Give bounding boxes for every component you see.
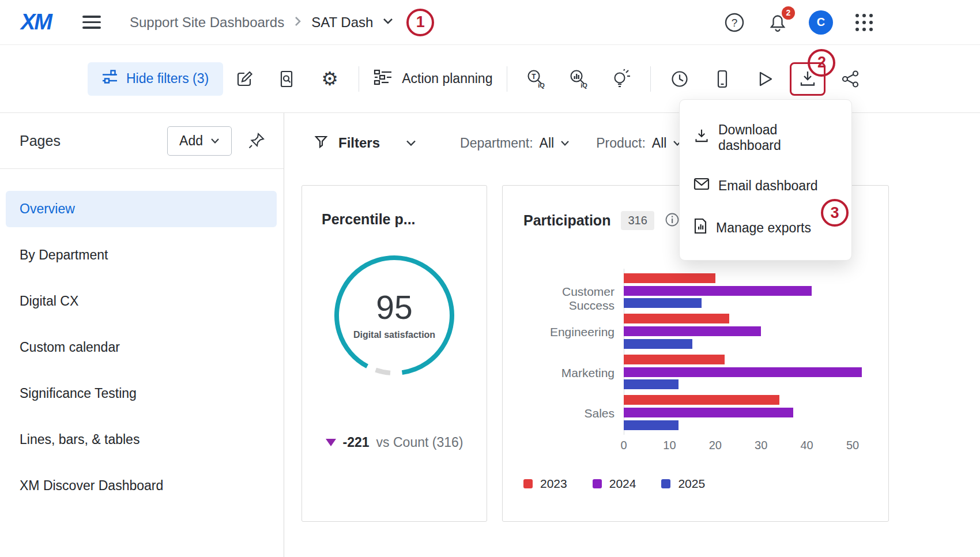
legend-label: 2023 bbox=[540, 477, 567, 491]
legend-item-2023[interactable]: 2023 bbox=[523, 477, 567, 491]
sidebar-header: Pages Add bbox=[0, 113, 284, 169]
topbar-actions: ? 2 C bbox=[722, 10, 876, 35]
export-download-button[interactable]: 2 bbox=[790, 62, 826, 96]
sidebar-item-digital-cx[interactable]: Digital CX bbox=[6, 283, 277, 319]
notifications-button[interactable]: 2 bbox=[766, 10, 790, 35]
delta-comparison: vs Count (316) bbox=[376, 435, 463, 450]
sidebar-item-significance-testing[interactable]: Significance Testing bbox=[6, 375, 277, 412]
chevron-down-icon[interactable] bbox=[382, 17, 394, 28]
stats-iq-button[interactable]: iQ bbox=[563, 63, 595, 95]
gauge-chart: 95 Digital satisfaction bbox=[331, 252, 458, 379]
sidebar-item-xm-discover-dashboard[interactable]: XM Discover Dashboard bbox=[6, 468, 277, 504]
account-avatar[interactable]: C bbox=[809, 10, 833, 35]
breadcrumb: Support Site Dashboards SAT Dash bbox=[130, 14, 394, 31]
legend-label: 2024 bbox=[609, 477, 636, 491]
add-button-label: Add bbox=[179, 133, 203, 149]
legend-label: 2025 bbox=[678, 477, 705, 491]
bar-2025-marketing[interactable] bbox=[624, 379, 679, 389]
menu-item-label: Download dashboard bbox=[718, 122, 838, 153]
product-filter-value: All bbox=[652, 136, 667, 151]
chevron-right-icon bbox=[293, 16, 302, 29]
filters-label: Filters bbox=[338, 135, 380, 151]
mobile-view-button[interactable] bbox=[706, 63, 738, 95]
department-filter-value: All bbox=[540, 136, 555, 151]
legend-item-2025[interactable]: 2025 bbox=[661, 477, 705, 491]
gear-icon: ⚙ bbox=[321, 69, 338, 88]
bar-2025-customer-success[interactable] bbox=[624, 298, 702, 308]
bar-2023-customer-success[interactable] bbox=[624, 273, 715, 283]
export-dropdown-menu: Download dashboard Email dashboard Manag… bbox=[679, 99, 852, 261]
action-planning-button[interactable]: Action planning bbox=[374, 69, 492, 89]
breadcrumb-current[interactable]: SAT Dash bbox=[311, 14, 373, 31]
annotation-step-1: 1 bbox=[406, 9, 434, 36]
department-filter-label: Department: bbox=[460, 136, 533, 151]
sidebar-item-lines-bars-tables[interactable]: Lines, bars, & tables bbox=[6, 421, 277, 458]
sidebar-item-by-department[interactable]: By Department bbox=[6, 237, 277, 273]
widget-title: Percentile p... bbox=[322, 211, 467, 228]
notification-badge: 2 bbox=[782, 6, 795, 20]
hide-filters-button[interactable]: Hide filters (3) bbox=[88, 62, 223, 96]
bar-2024-marketing[interactable] bbox=[624, 367, 862, 377]
share-button[interactable] bbox=[834, 63, 866, 95]
edit-dashboard-button[interactable] bbox=[228, 63, 261, 95]
pages-list: Overview By Department Digital CX Custom… bbox=[0, 169, 284, 504]
dashboard-main: Filters Department: All Product: All Per… bbox=[284, 113, 980, 557]
filters-slider-icon bbox=[102, 70, 118, 88]
apps-grid-icon[interactable] bbox=[852, 10, 876, 35]
category-label: Engineering bbox=[523, 325, 615, 339]
text-iq-button[interactable]: T iQ bbox=[520, 63, 552, 95]
bar-2023-engineering[interactable] bbox=[624, 314, 729, 323]
participation-legend: 202320242025 bbox=[523, 477, 705, 491]
legend-item-2024[interactable]: 2024 bbox=[593, 477, 636, 491]
gauge-label: Digital satisfaction bbox=[353, 330, 435, 340]
toolbar-divider bbox=[650, 66, 651, 92]
bar-2024-engineering[interactable] bbox=[624, 326, 761, 336]
info-icon[interactable] bbox=[665, 212, 680, 229]
sidebar-item-overview[interactable]: Overview bbox=[6, 191, 277, 227]
document-chart-icon bbox=[693, 218, 707, 238]
x-tick-label: 10 bbox=[663, 439, 676, 452]
annotation-step-3: 3 bbox=[821, 199, 849, 227]
unpin-sidebar-button[interactable] bbox=[248, 132, 265, 149]
bar-2023-marketing[interactable] bbox=[624, 355, 725, 364]
bar-2023-sales[interactable] bbox=[624, 395, 779, 405]
funnel-icon bbox=[314, 135, 328, 151]
department-filter[interactable]: Department: All bbox=[460, 136, 570, 151]
product-filter[interactable]: Product: All bbox=[596, 136, 682, 151]
play-presentation-button[interactable] bbox=[749, 63, 781, 95]
toolbar-divider bbox=[507, 66, 507, 92]
filters-toggle[interactable]: Filters bbox=[314, 135, 417, 151]
email-icon bbox=[693, 178, 710, 194]
percentile-widget[interactable]: Percentile p... 95 Digital satisfaction … bbox=[301, 185, 487, 522]
action-planning-icon bbox=[374, 69, 393, 89]
download-icon bbox=[693, 129, 710, 147]
page-preview-button[interactable] bbox=[271, 63, 303, 95]
legend-swatch bbox=[523, 479, 533, 488]
widgets-row: Percentile p... 95 Digital satisfaction … bbox=[284, 185, 980, 522]
bar-2025-engineering[interactable] bbox=[624, 339, 692, 349]
menu-item-download-dashboard[interactable]: Download dashboard bbox=[680, 110, 851, 165]
category-label: Marketing bbox=[523, 366, 615, 380]
svg-text:iQ: iQ bbox=[538, 82, 545, 89]
category-label: Sales bbox=[523, 407, 615, 420]
legend-swatch bbox=[593, 479, 602, 488]
settings-gear-button[interactable]: ⚙ bbox=[314, 63, 346, 95]
bar-2025-sales[interactable] bbox=[624, 420, 679, 430]
legend-swatch bbox=[661, 479, 670, 488]
annotation-step-2: 2 bbox=[808, 49, 835, 77]
ideas-lightbulb-button[interactable] bbox=[605, 63, 638, 95]
breadcrumb-root[interactable]: Support Site Dashboards bbox=[130, 14, 284, 31]
help-button[interactable]: ? bbox=[722, 10, 747, 35]
x-tick-label: 50 bbox=[846, 439, 859, 452]
delta-value: -221 bbox=[343, 435, 370, 450]
sidebar-title: Pages bbox=[20, 133, 167, 149]
menu-item-email-dashboard[interactable]: Email dashboard bbox=[680, 165, 851, 206]
app-window: XM Support Site Dashboards SAT Dash 1 ? bbox=[0, 0, 980, 557]
sidebar-item-custom-calendar[interactable]: Custom calendar bbox=[6, 329, 277, 366]
add-page-button[interactable]: Add bbox=[167, 126, 232, 156]
schedule-clock-button[interactable] bbox=[664, 63, 696, 95]
gauge-value: 95 bbox=[376, 291, 412, 324]
hamburger-menu-icon[interactable] bbox=[82, 16, 101, 29]
bar-2024-sales[interactable] bbox=[624, 408, 793, 417]
bar-2024-customer-success[interactable] bbox=[624, 286, 812, 296]
